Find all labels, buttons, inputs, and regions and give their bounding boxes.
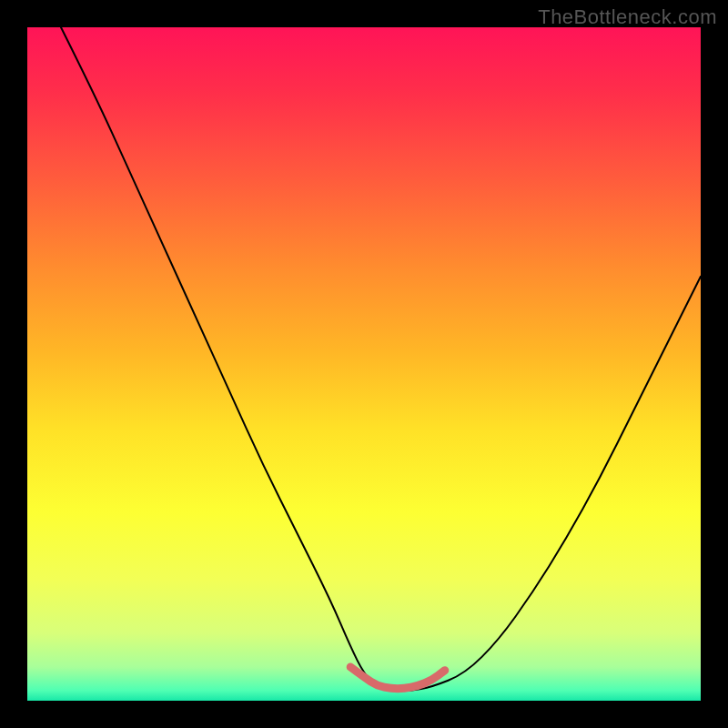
curve-canvas (27, 27, 701, 701)
watermark-text: TheBottleneck.com (538, 5, 717, 29)
plot-area (27, 27, 701, 701)
chart-frame: TheBottleneck.com (0, 0, 728, 728)
